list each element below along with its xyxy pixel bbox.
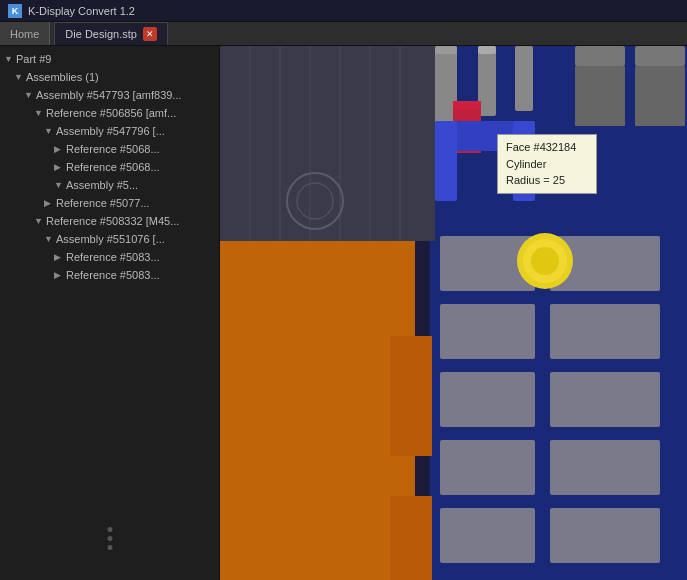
- tree-item[interactable]: Assembly #551076 [...: [0, 230, 219, 248]
- scene-svg: [220, 46, 687, 580]
- svg-rect-6: [390, 496, 432, 580]
- svg-rect-24: [435, 121, 457, 201]
- viewport-panel[interactable]: Face #432184 Cylinder Radius = 25: [220, 46, 687, 580]
- svg-rect-34: [440, 372, 535, 427]
- assemblies-label: Assemblies (1): [26, 71, 99, 83]
- svg-rect-17: [435, 46, 457, 54]
- tab-home[interactable]: Home: [0, 22, 50, 45]
- dot: [107, 527, 112, 532]
- menu-bar: Home Die Design.stp ✕: [0, 22, 687, 46]
- tooltip-line2: Cylinder: [506, 156, 588, 173]
- svg-rect-29: [635, 66, 685, 126]
- app-icon: K: [8, 4, 22, 18]
- tree-assemblies[interactable]: Assemblies (1): [0, 68, 219, 86]
- tree-panel: Part #9 Assemblies (1) Assembly #547793 …: [0, 46, 220, 580]
- tab-close-button[interactable]: ✕: [143, 27, 157, 41]
- arrow-part: [4, 54, 16, 64]
- svg-point-42: [531, 247, 559, 275]
- part-label: Part #9: [16, 53, 51, 65]
- app-title: K-Display Convert 1.2: [28, 5, 135, 17]
- tree-item[interactable]: Reference #5068...: [0, 140, 219, 158]
- tree-item[interactable]: Assembly #547796 [...: [0, 122, 219, 140]
- svg-rect-26: [575, 46, 625, 66]
- tree-item[interactable]: Reference #5077...: [0, 194, 219, 212]
- 3d-scene: Face #432184 Cylinder Radius = 25: [220, 46, 687, 580]
- svg-rect-27: [575, 66, 625, 126]
- dot: [107, 536, 112, 541]
- tree-item[interactable]: Reference #5083...: [0, 266, 219, 284]
- dot: [107, 545, 112, 550]
- face-tooltip: Face #432184 Cylinder Radius = 25: [497, 134, 597, 194]
- arrow-assemblies: [14, 72, 26, 82]
- svg-rect-33: [550, 304, 660, 359]
- svg-rect-32: [440, 304, 535, 359]
- tree-item[interactable]: Reference #5083...: [0, 248, 219, 266]
- svg-rect-38: [440, 508, 535, 563]
- tooltip-line1: Face #432184: [506, 139, 588, 156]
- tree-item[interactable]: Reference #5068...: [0, 158, 219, 176]
- tree-item[interactable]: Reference #506856 [amf...: [0, 104, 219, 122]
- svg-rect-28: [635, 46, 685, 66]
- tree-item[interactable]: Assembly #5...: [0, 176, 219, 194]
- svg-rect-35: [550, 372, 660, 427]
- tree-part[interactable]: Part #9: [0, 50, 219, 68]
- svg-rect-39: [550, 508, 660, 563]
- title-bar: K K-Display Convert 1.2: [0, 0, 687, 22]
- svg-rect-37: [550, 440, 660, 495]
- svg-rect-36: [440, 440, 535, 495]
- tab-file[interactable]: Die Design.stp ✕: [54, 22, 168, 45]
- svg-rect-19: [478, 46, 496, 54]
- main-layout: Part #9 Assemblies (1) Assembly #547793 …: [0, 46, 687, 580]
- svg-rect-5: [390, 336, 432, 456]
- tooltip-line3: Radius = 25: [506, 172, 588, 189]
- resize-dots: [107, 527, 112, 550]
- tree-view: Part #9 Assemblies (1) Assembly #547793 …: [0, 46, 219, 288]
- svg-rect-20: [515, 46, 533, 111]
- tree-item[interactable]: Assembly #547793 [amf839...: [0, 86, 219, 104]
- svg-rect-7: [220, 46, 435, 241]
- svg-rect-4: [220, 241, 415, 580]
- tree-item[interactable]: Reference #508332 [M45...: [0, 212, 219, 230]
- svg-rect-22: [453, 101, 481, 109]
